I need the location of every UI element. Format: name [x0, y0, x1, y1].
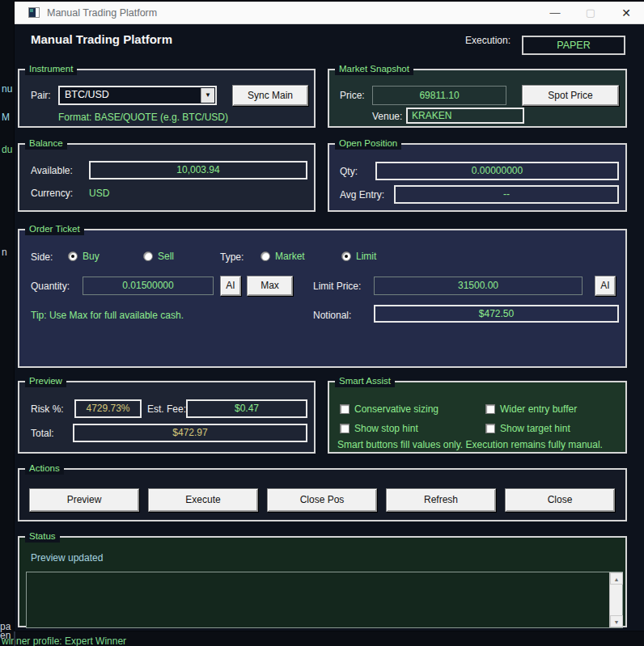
order-ticket-group: Order Ticket Side: Buy Sell Type: Market…: [18, 229, 627, 368]
scroll-down-icon[interactable]: ▼: [610, 615, 623, 627]
pair-format-hint: Format: BASE/QUOTE (e.g. BTC/USD): [58, 112, 228, 123]
preview-button[interactable]: Preview: [29, 488, 139, 512]
close-pos-button[interactable]: Close Pos: [267, 488, 377, 512]
status-log-textarea[interactable]: ▲ ▼: [26, 572, 623, 628]
max-tip-text: Tip: Use Max for full available cash.: [31, 310, 184, 321]
order-ticket-group-title: Order Ticket: [25, 223, 84, 235]
currency-label: Currency:: [31, 188, 73, 199]
close-action-button[interactable]: Close: [505, 488, 615, 512]
sync-main-button[interactable]: Sync Main: [232, 85, 308, 106]
close-button[interactable]: ✕: [608, 2, 644, 24]
window-title: Manual Trading Platform: [47, 7, 157, 19]
venue-label: Venue:: [372, 111, 402, 122]
pair-dropdown-value: BTC/USD: [65, 89, 109, 100]
preview-group: Preview Risk %: 4729.73% Est. Fee: $0.47…: [18, 381, 316, 454]
background-text-fragment: M: [2, 112, 10, 123]
notional-label: Notional:: [313, 310, 351, 321]
open-position-group-title: Open Position: [335, 137, 401, 150]
buy-radio-label: Buy: [83, 251, 100, 262]
preview-group-title: Preview: [25, 375, 66, 387]
scroll-up-icon[interactable]: ▲: [610, 572, 623, 585]
minimize-button[interactable]: —: [537, 2, 573, 24]
status-group: Status Preview updated ▲ ▼: [18, 536, 627, 627]
side-label: Side:: [31, 251, 53, 263]
spot-price-button[interactable]: Spot Price: [522, 85, 619, 106]
instrument-group: Instrument Pair: BTC/USD ▼ Sync Main For…: [18, 69, 316, 128]
market-snapshot-group: Market Snapshot Price: 69811.10 Spot Pri…: [328, 69, 627, 128]
radio-selected-icon: [68, 251, 78, 261]
background-text-fragment: n: [2, 247, 7, 258]
total-label: Total:: [31, 428, 54, 439]
balance-group-title: Balance: [25, 137, 67, 150]
wider-entry-buffer-label: Wider entry buffer: [500, 403, 577, 415]
background-text-fragment: nu: [2, 83, 12, 95]
background-status-text: winner profile: Expert Winner: [2, 635, 126, 646]
est-fee-label: Est. Fee:: [147, 403, 186, 415]
refresh-button[interactable]: Refresh: [386, 488, 496, 512]
total-value: $472.97: [73, 424, 307, 442]
price-label: Price:: [340, 90, 365, 101]
limit-price-input[interactable]: 31500.00: [374, 277, 583, 295]
ai-quantity-button[interactable]: AI: [220, 276, 241, 296]
radio-icon: [143, 251, 153, 261]
radio-icon: [261, 251, 270, 261]
balance-group: Balance Available: 10,003.94 Currency: U…: [18, 143, 316, 212]
radio-selected-icon: [341, 251, 351, 261]
avg-entry-value: --: [394, 185, 619, 204]
avg-entry-label: Avg Entry:: [340, 189, 384, 201]
execute-button[interactable]: Execute: [148, 488, 258, 512]
venue-input[interactable]: KRAKEN: [406, 108, 524, 124]
available-label: Available:: [31, 165, 73, 176]
smart-assist-group: Smart Assist Conservative sizing Wider e…: [328, 381, 627, 454]
manual-trading-dialog: Manual Trading Platform — ▢ ✕ Manual Tra…: [15, 2, 644, 631]
show-stop-hint-label: Show stop hint: [354, 423, 418, 434]
page-title: Manual Trading Platform: [31, 32, 172, 46]
execution-label: Execution:: [465, 35, 511, 46]
background-text-fragment: du: [2, 144, 12, 155]
checkbox-icon: [485, 404, 495, 414]
position-qty-value: 0.00000000: [375, 162, 619, 180]
maximize-button[interactable]: ▢: [573, 2, 608, 24]
instrument-group-title: Instrument: [25, 63, 77, 75]
checkbox-icon: [340, 404, 350, 414]
ai-limit-price-button[interactable]: AI: [595, 276, 616, 296]
actions-group: Actions Preview Execute Close Pos Refres…: [18, 468, 627, 521]
app-icon: [28, 7, 40, 18]
notional-value: $472.50: [374, 305, 619, 323]
checkbox-icon: [485, 424, 495, 433]
status-group-title: Status: [25, 530, 60, 543]
quantity-input[interactable]: 0.01500000: [83, 277, 214, 295]
status-message: Preview updated: [31, 552, 103, 564]
risk-value: 4729.73%: [74, 399, 142, 418]
market-snapshot-group-title: Market Snapshot: [335, 63, 413, 75]
execution-mode-value: PAPER: [522, 36, 625, 55]
dropdown-arrow-icon[interactable]: ▼: [201, 88, 214, 103]
est-fee-value: $0.47: [186, 399, 307, 418]
sell-radio-label: Sell: [158, 251, 174, 262]
type-label: Type:: [220, 251, 244, 263]
smart-assist-group-title: Smart Assist: [335, 375, 395, 387]
qty-label: Qty:: [340, 166, 358, 177]
title-bar[interactable]: Manual Trading Platform — ▢ ✕: [15, 2, 644, 24]
conservative-sizing-label: Conservative sizing: [354, 403, 439, 415]
quantity-label: Quantity:: [31, 281, 70, 292]
show-target-hint-label: Show target hint: [500, 423, 570, 434]
currency-value: USD: [89, 188, 109, 199]
available-value: 10,003.94: [89, 161, 307, 179]
open-position-group: Open Position Qty: 0.00000000 Avg Entry:…: [328, 143, 627, 212]
checkbox-icon: [340, 424, 350, 433]
market-radio-label: Market: [275, 251, 305, 262]
pair-dropdown[interactable]: BTC/USD ▼: [58, 86, 217, 105]
limit-radio-label: Limit: [356, 251, 376, 262]
smart-assist-note: Smart buttons fill values only. Executio…: [337, 439, 603, 450]
risk-label: Risk %:: [31, 403, 64, 415]
max-button[interactable]: Max: [247, 276, 293, 296]
scrollbar[interactable]: ▲ ▼: [609, 572, 622, 627]
background-text-fragment: pa: [0, 621, 11, 632]
actions-group-title: Actions: [25, 462, 64, 475]
price-value: 69811.10: [372, 86, 506, 105]
pair-label: Pair:: [31, 90, 51, 101]
limit-price-label: Limit Price:: [313, 281, 361, 292]
